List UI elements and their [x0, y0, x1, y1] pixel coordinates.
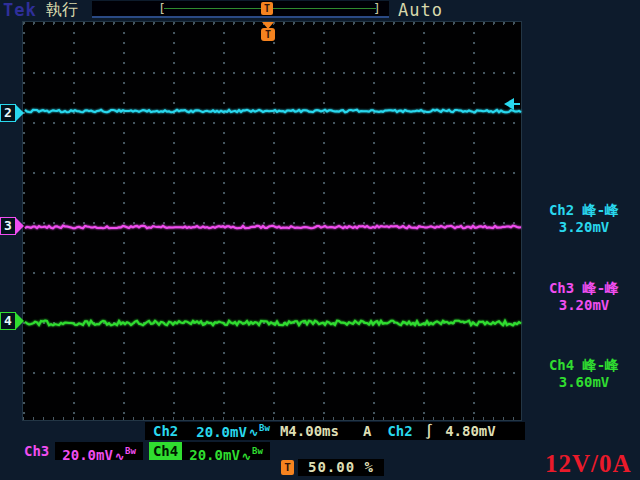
ch2-coupling-icon: ∿: [249, 426, 258, 439]
trace-ch2: [25, 110, 521, 113]
readout-row-3: T 50.00 %: [281, 459, 384, 476]
record-view-bar: [ ] T: [92, 1, 389, 18]
ch2-readout-label: Ch2: [153, 423, 178, 439]
trace-ch3: [25, 226, 521, 229]
ch4-bandwidth-icon: Bw: [252, 446, 263, 456]
trigger-source: Ch2: [387, 423, 412, 439]
channel-3-marker-label: 3: [0, 217, 16, 235]
measurement-ch4-pkpk: Ch4 峰-峰 3.60mV: [529, 357, 639, 391]
channel-2-marker-label: 2: [0, 104, 16, 122]
channel-4-marker-label: 4: [0, 312, 16, 330]
trigger-prefix: A: [363, 423, 371, 439]
record-window-right-bracket: ]: [373, 1, 381, 16]
ch2-bandwidth-icon: Bw: [259, 423, 270, 433]
channel-4-marker[interactable]: 4: [0, 312, 24, 330]
tek-logo: Tek: [3, 0, 37, 20]
trigger-position-mini-icon[interactable]: T: [261, 2, 273, 15]
trigger-level-tail: [514, 103, 520, 105]
ch2-scale-value: 20.0mV∿Bw: [196, 423, 270, 440]
measurement-ch2-title: Ch2 峰-峰: [529, 202, 639, 219]
measurement-ch2-pkpk: Ch2 峰-峰 3.20mV: [529, 202, 639, 236]
trigger-position-t-icon: T: [261, 28, 275, 41]
ch3-readout-label: Ch3: [24, 443, 49, 459]
ch4-readout-label: Ch4: [149, 442, 182, 460]
trigger-level-value: 4.80mV: [445, 423, 496, 439]
trigger-position-icon: T: [281, 460, 294, 475]
oscilloscope-screen: Tek 執行 [ ] T Auto T 2 3 4 Ch2 峰-峰 3.20mV: [0, 0, 640, 480]
channel-3-marker[interactable]: 3: [0, 217, 24, 235]
ch3-coupling-icon: ∿: [115, 450, 124, 463]
readout-row-2: Ch3 20.0mV∿Bw Ch4 20.0mV∿Bw: [24, 442, 270, 460]
psu-overlay-label: 12V/0A: [545, 450, 632, 478]
channel-3-marker-arrow-icon: [16, 218, 24, 234]
readout-row-1: Ch2 20.0mV∿Bw M4.00ms A Ch2 ∫ 4.80mV: [145, 422, 525, 440]
measurement-ch3-pkpk: Ch3 峰-峰 3.20mV: [529, 280, 639, 314]
graticule: [22, 21, 522, 421]
channel-4-marker-arrow-icon: [16, 313, 24, 329]
channel-2-marker-arrow-icon: [16, 105, 24, 121]
ch4-coupling-icon: ∿: [242, 450, 251, 463]
acquisition-mode-label: Auto: [398, 0, 443, 20]
trace-ch4: [25, 321, 521, 326]
ch3-bandwidth-icon: Bw: [125, 446, 136, 456]
timebase-readout: M4.00ms: [280, 423, 339, 439]
ch3-scale-value: 20.0mV∿Bw: [55, 442, 143, 460]
measurement-ch2-value: 3.20mV: [529, 219, 639, 236]
run-status-label: 執行: [46, 0, 78, 21]
measurement-ch3-title: Ch3 峰-峰: [529, 280, 639, 297]
ch4-scale-value: 20.0mV∿Bw: [182, 442, 270, 460]
trigger-position-marker[interactable]: T: [260, 22, 276, 41]
measurement-ch3-value: 3.20mV: [529, 297, 639, 314]
measurement-ch4-title: Ch4 峰-峰: [529, 357, 639, 374]
channel-2-marker[interactable]: 2: [0, 104, 24, 122]
trigger-slope-icon: ∫: [425, 423, 433, 439]
trigger-level-arrow-icon: [504, 98, 514, 110]
trace-plot: [23, 22, 523, 422]
trigger-position-value: 50.00 %: [298, 459, 384, 476]
trigger-level-marker[interactable]: [504, 98, 520, 110]
measurement-ch4-value: 3.60mV: [529, 374, 639, 391]
